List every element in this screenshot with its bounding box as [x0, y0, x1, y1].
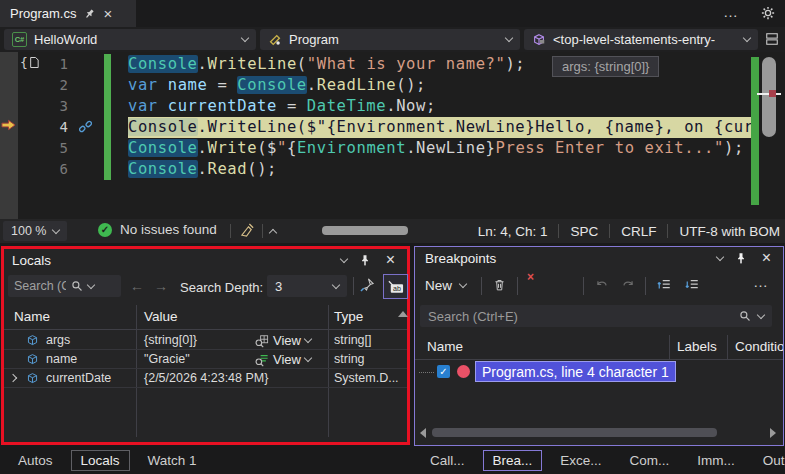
pin-icon[interactable]: [84, 8, 95, 20]
import-breakpoints-icon[interactable]: [685, 278, 700, 292]
redo-icon[interactable]: [621, 278, 635, 291]
chevron-down-icon: [332, 280, 340, 288]
locals-row[interactable]: currentDate{2/5/2026 4:23:48 PM}System.D…: [4, 369, 407, 388]
breakpoints-window: Breakpoints × New …: [414, 246, 784, 446]
forward-arrow-icon[interactable]: →: [154, 278, 168, 294]
pin-text-ab-toggle-button[interactable]: ab: [383, 274, 408, 299]
scrollbar-change-marker: [751, 57, 759, 205]
view-button[interactable]: View: [254, 331, 311, 350]
expand-chevron-icon[interactable]: [9, 374, 17, 382]
new-breakpoint-button[interactable]: New: [425, 278, 466, 293]
tab-program-cs[interactable]: Program.cs ×: [0, 0, 136, 27]
code-line[interactable]: Console.WriteLine($"{Environment.NewLine…: [128, 117, 755, 138]
breakpoints-search-input[interactable]: Search (Ctrl+E): [420, 305, 772, 327]
filter-pinned-icon[interactable]: [360, 277, 375, 292]
vertical-scrollbar-thumb[interactable]: [762, 57, 776, 137]
search-placeholder: Search (Ctrl+E): [428, 309, 732, 324]
code-line[interactable]: var name = Console.ReadLine();: [128, 75, 755, 96]
type-dropdown[interactable]: Program: [260, 29, 520, 50]
variable-name: args: [46, 333, 70, 347]
line-number-gutter: 123456: [38, 54, 68, 180]
view-button[interactable]: View: [254, 350, 311, 369]
scroll-left-arrow[interactable]: [420, 428, 426, 438]
code-area[interactable]: Console.WriteLine("What is your name?");…: [128, 54, 755, 180]
horizontal-scrollbar-thumb[interactable]: [432, 428, 717, 437]
column-value[interactable]: Value: [144, 309, 178, 324]
gear-icon[interactable]: [761, 6, 775, 20]
tab-locals[interactable]: Locals: [71, 450, 130, 471]
tab-output[interactable]: Output: [753, 450, 785, 471]
view-label: View: [273, 352, 301, 367]
code-line[interactable]: Console.Read();: [128, 159, 755, 180]
tab-com[interactable]: Com...: [620, 450, 680, 471]
svg-text:ab: ab: [393, 284, 401, 292]
delete-breakpoint-icon[interactable]: [493, 278, 506, 292]
locals-row[interactable]: name"Gracie"Viewstring: [4, 350, 407, 369]
code-line[interactable]: Console.Write($"{Environment.NewLine}Pre…: [128, 138, 755, 159]
zoom-dropdown[interactable]: 100 %: [3, 221, 67, 241]
window-options-chevron-icon[interactable]: [716, 253, 724, 261]
column-labels[interactable]: Labels: [677, 339, 717, 354]
issues-status[interactable]: ✓ No issues found: [98, 222, 217, 237]
chevron-down-icon: [505, 34, 513, 42]
tab-call[interactable]: Call...: [420, 450, 475, 471]
locals-row[interactable]: args{string[0]}Viewstring[]: [4, 331, 407, 350]
tab-watch-1[interactable]: Watch 1: [138, 450, 207, 471]
breakpoint-checkbox[interactable]: ✓: [437, 365, 450, 378]
line-ending[interactable]: CRLF: [621, 224, 656, 239]
column-type[interactable]: Type: [334, 309, 363, 324]
breakpoint-margin[interactable]: [0, 52, 18, 219]
code-line[interactable]: var currentDate = DateTime.Now;: [128, 96, 755, 117]
project-dropdown[interactable]: C# HelloWorld: [4, 29, 256, 50]
line-number: 5: [38, 138, 68, 159]
zoom-value: 100 %: [11, 224, 46, 238]
undo-icon[interactable]: [595, 278, 609, 291]
column-name[interactable]: Name: [427, 339, 463, 354]
current-statement-arrow-icon[interactable]: [1, 119, 16, 131]
horizontal-scrollbar-thumb[interactable]: [322, 226, 408, 235]
close-icon[interactable]: ×: [386, 251, 395, 269]
scroll-right-arrow[interactable]: [770, 428, 776, 438]
pin-icon[interactable]: [735, 252, 747, 265]
member-dropdown[interactable]: <top-level-statements-entry-: [524, 29, 758, 50]
link-icon[interactable]: [79, 120, 92, 133]
line-number: 3: [38, 96, 68, 117]
back-arrow-icon[interactable]: ←: [130, 278, 144, 294]
search-icon: [71, 280, 83, 292]
split-editor-icon[interactable]: [765, 32, 779, 46]
window-options-chevron-icon[interactable]: [340, 255, 348, 263]
variable-cube-icon: [26, 353, 39, 366]
search-depth-dropdown[interactable]: 3: [267, 275, 347, 297]
locals-table-header[interactable]: Name Value Type: [4, 305, 407, 330]
code-cleanup-broom-icon[interactable]: [240, 223, 255, 238]
tab-imm[interactable]: Imm...: [687, 450, 745, 471]
chevron-down-icon: [52, 225, 60, 233]
search-icon: [739, 310, 751, 322]
close-icon[interactable]: ×: [103, 6, 112, 21]
code-editor[interactable]: { 123456 Console.WriteLine("What is your…: [0, 52, 785, 219]
code-line[interactable]: Console.WriteLine("What is your name?");: [128, 54, 755, 75]
indent-mode[interactable]: SPC: [570, 224, 598, 239]
document-tab-bar: Program.cs × …: [0, 0, 785, 27]
caret-position[interactable]: Ln: 4, Ch: 1: [478, 224, 548, 239]
breakpoint-row[interactable]: ✓Program.cs, line 4 character 1: [415, 361, 783, 385]
tab-exce[interactable]: Exce...: [550, 450, 611, 471]
column-name[interactable]: Name: [14, 309, 50, 324]
export-breakpoints-icon[interactable]: [657, 278, 672, 292]
encoding[interactable]: UTF-8 with BOM: [679, 224, 780, 239]
issues-text: No issues found: [120, 222, 217, 237]
pin-icon[interactable]: [359, 254, 371, 267]
variable-type: string: [334, 352, 406, 366]
scroll-up-arrow[interactable]: [398, 311, 408, 317]
more-options-icon[interactable]: …: [723, 3, 739, 20]
tab-autos[interactable]: Autos: [8, 450, 63, 471]
more-options-icon[interactable]: …: [753, 273, 769, 290]
chevron-up-icon[interactable]: [269, 229, 277, 237]
locals-search-input[interactable]: Search (Ctrl+E): [8, 275, 121, 297]
close-icon[interactable]: ×: [762, 249, 771, 267]
tab-brea[interactable]: Brea...: [483, 450, 543, 471]
search-depth-value: 3: [275, 279, 282, 294]
doc-outline-icon[interactable]: {: [20, 55, 39, 70]
breakpoint-label[interactable]: Program.cs, line 4 character 1: [475, 361, 676, 382]
column-condition[interactable]: Condition: [735, 339, 783, 354]
